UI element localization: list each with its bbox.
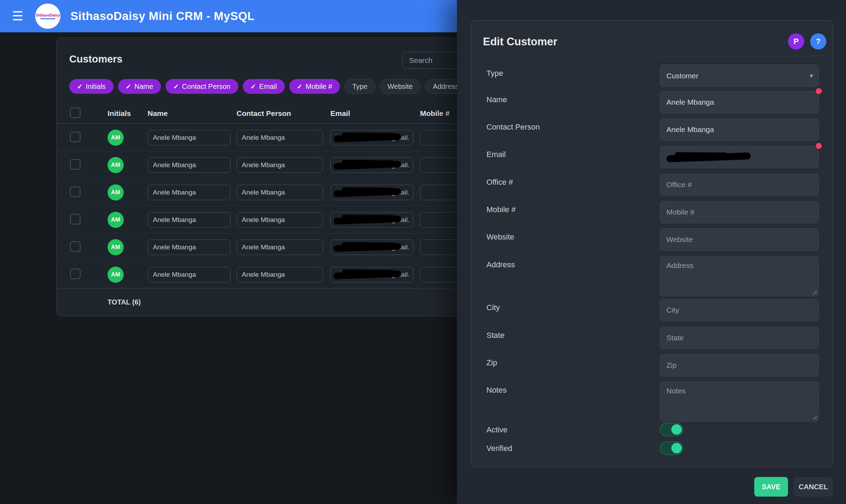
filter-chip-label: Initials	[86, 83, 106, 91]
type-selected-value: Customer	[666, 72, 698, 80]
divider	[471, 56, 833, 56]
check-icon: ✓	[173, 83, 179, 91]
select-all-checkbox[interactable]	[70, 107, 80, 118]
initials-avatar: AM	[108, 184, 124, 201]
app-logo: SithasoDaisy	[35, 4, 60, 29]
edit-customer-panel: Edit Customer P ? Type Customer ▾ Name C…	[471, 20, 833, 467]
filter-chip[interactable]: ✓ Website	[380, 79, 421, 94]
mobile-label: Mobile #	[486, 205, 516, 214]
check-icon: ✓	[126, 83, 131, 91]
contact-person-cell[interactable]: Anele Mbanga	[237, 267, 323, 282]
email-input[interactable]	[660, 146, 819, 168]
contact-cell-text: Anele Mbanga	[242, 243, 285, 251]
check-icon: ✓	[297, 83, 303, 91]
drawer-title: Edit Customer	[483, 35, 557, 48]
filter-chip[interactable]: ✓ Contact Person	[166, 79, 238, 94]
contact-person-cell[interactable]: Anele Mbanga	[237, 130, 323, 145]
contact-cell-text: Anele Mbanga	[242, 189, 285, 196]
filter-chip-label: Type	[352, 83, 367, 91]
redaction-scribble	[666, 152, 751, 162]
email-cell[interactable]: @gmail.	[330, 267, 413, 282]
notes-label: Notes	[486, 386, 506, 395]
email-cell[interactable]: @gmail.	[330, 130, 413, 145]
row-checkbox[interactable]	[70, 186, 80, 197]
col-email: Email	[330, 109, 420, 118]
check-icon: ✓	[77, 83, 83, 91]
notes-textarea[interactable]	[660, 381, 819, 422]
email-cell[interactable]: @gmail.	[330, 240, 413, 255]
row-checkbox[interactable]	[70, 132, 80, 142]
city-label: City	[486, 303, 500, 312]
toggle-knob	[671, 424, 682, 435]
name-cell-text: Anele Mbanga	[153, 271, 196, 279]
row-checkbox[interactable]	[70, 269, 80, 279]
hamburger-menu-icon[interactable]: ☰	[10, 9, 25, 23]
name-cell-text: Anele Mbanga	[153, 216, 196, 224]
check-icon: ✓	[251, 83, 256, 91]
name-cell[interactable]: Anele Mbanga	[148, 130, 231, 145]
initials-avatar: AM	[108, 212, 124, 228]
name-cell[interactable]: Anele Mbanga	[148, 185, 231, 200]
initials-avatar: AM	[108, 267, 124, 283]
name-cell-text: Anele Mbanga	[153, 189, 196, 196]
customers-title: Customers	[69, 53, 123, 65]
filter-chip-label: Name	[135, 83, 153, 91]
row-checkbox[interactable]	[70, 214, 80, 224]
type-label: Type	[486, 69, 503, 78]
name-input[interactable]	[660, 91, 819, 113]
contact-person-cell[interactable]: Anele Mbanga	[237, 212, 323, 228]
filter-chip[interactable]: ✓ Initials	[69, 79, 114, 94]
contact-person-input[interactable]	[660, 118, 819, 141]
email-cell[interactable]: @gmail.	[330, 212, 413, 228]
address-textarea[interactable]	[660, 256, 819, 296]
filter-chip-label: Email	[259, 83, 277, 91]
name-cell[interactable]: Anele Mbanga	[148, 240, 231, 255]
city-input[interactable]	[660, 299, 819, 321]
filter-chip[interactable]: ✓ Email	[243, 79, 285, 94]
email-label: Email	[486, 150, 506, 159]
edit-customer-drawer: Edit Customer P ? Type Customer ▾ Name C…	[457, 0, 846, 504]
help-button[interactable]: ?	[810, 33, 826, 50]
initials-avatar: AM	[108, 157, 124, 173]
office-label: Office #	[486, 178, 513, 187]
save-button[interactable]: SAVE	[754, 477, 788, 497]
state-input[interactable]	[660, 327, 819, 349]
website-input[interactable]	[660, 228, 819, 251]
filter-chip[interactable]: ✓ Name	[118, 79, 161, 94]
row-checkbox[interactable]	[70, 241, 80, 252]
toggle-knob	[671, 443, 682, 453]
name-cell[interactable]: Anele Mbanga	[148, 212, 231, 228]
active-toggle[interactable]	[660, 423, 683, 436]
paypal-button[interactable]: P	[788, 33, 804, 50]
type-select[interactable]: Customer ▾	[660, 65, 819, 87]
zip-input[interactable]	[660, 354, 819, 377]
contact-person-cell[interactable]: Anele Mbanga	[237, 240, 323, 255]
name-cell-text: Anele Mbanga	[153, 134, 196, 142]
filter-chip-label: Website	[388, 83, 413, 91]
filter-chip[interactable]: ✓ Mobile #	[289, 79, 340, 94]
contact-cell-text: Anele Mbanga	[242, 271, 285, 279]
email-cell[interactable]: @gmail.	[330, 157, 413, 173]
contact-person-cell[interactable]: Anele Mbanga	[237, 185, 323, 200]
row-checkbox[interactable]	[70, 159, 80, 170]
name-cell[interactable]: Anele Mbanga	[148, 267, 231, 282]
email-cell[interactable]: @gmail.	[330, 185, 413, 200]
filter-chip-label: Contact Person	[182, 83, 231, 91]
mobile-input[interactable]	[660, 201, 819, 223]
logo-text: SithasoDaisy	[36, 13, 60, 17]
name-cell-text: Anele Mbanga	[153, 243, 196, 251]
cancel-button[interactable]: CANCEL	[794, 477, 833, 497]
active-label: Active	[486, 425, 508, 434]
zip-label: Zip	[486, 358, 497, 367]
filter-chip-label: Mobile #	[306, 83, 332, 91]
col-contact-person: Contact Person	[237, 109, 330, 118]
chevron-down-icon: ▾	[810, 72, 813, 80]
office-input[interactable]	[660, 174, 819, 196]
contact-person-cell[interactable]: Anele Mbanga	[237, 157, 323, 173]
verified-toggle[interactable]	[660, 441, 683, 455]
name-label: Name	[486, 95, 507, 104]
filter-chip[interactable]: ✓ Type	[344, 79, 375, 94]
name-cell[interactable]: Anele Mbanga	[148, 157, 231, 173]
col-initials: Initials	[108, 109, 148, 118]
contact-cell-text: Anele Mbanga	[242, 161, 285, 169]
